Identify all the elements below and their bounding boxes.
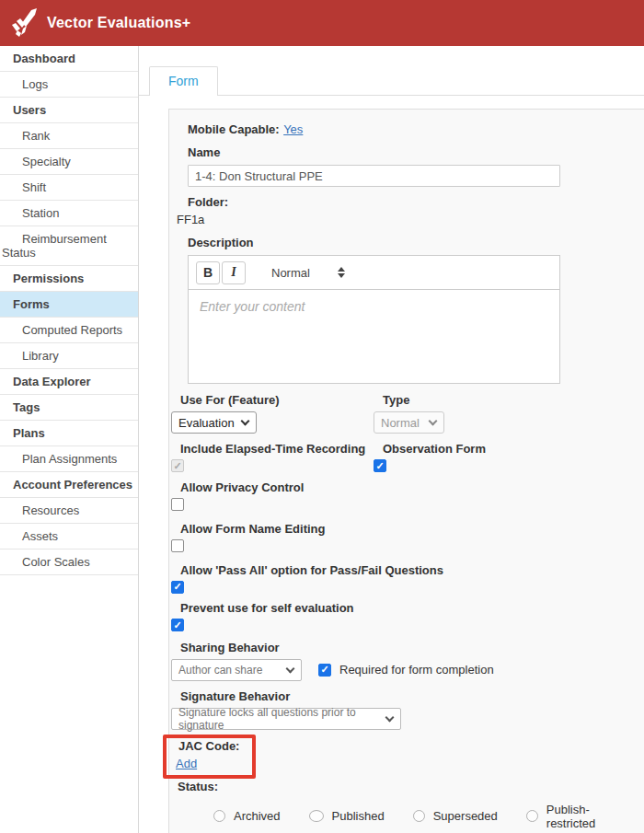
mobile-capable-link[interactable]: Yes xyxy=(283,122,303,136)
sidebar-item-account-preferences[interactable]: Account Preferences xyxy=(0,472,138,498)
status-radio-published[interactable]: Published xyxy=(309,809,385,823)
sidebar: DashboardLogsUsersRankSpecialtyShiftStat… xyxy=(0,46,139,833)
jac-code-section: JAC Code: Add xyxy=(180,739,300,771)
required-completion-row: Required for form completion xyxy=(318,663,494,677)
chevron-down-icon xyxy=(241,417,250,426)
sidebar-item-dashboard[interactable]: Dashboard xyxy=(0,46,138,72)
form-name-editing-label: Allow Form Name Editing xyxy=(180,522,626,536)
required-completion-checkbox[interactable] xyxy=(318,664,331,677)
form-panel: Mobile Capable: Yes Name Folder: FF1a De… xyxy=(168,109,644,833)
sharing-behavior-label: Sharing Behavior xyxy=(180,641,626,654)
sidebar-item-data-explorer[interactable]: Data Explorer xyxy=(0,369,138,395)
sidebar-item-station[interactable]: Station xyxy=(0,201,138,226)
status-radio-label: Published xyxy=(332,809,385,823)
sidebar-item-reimbursement-status[interactable]: Reimbursement Status xyxy=(0,226,138,266)
type-value: Normal xyxy=(381,416,420,430)
main-content: Form Mobile Capable: Yes Name Folder: FF… xyxy=(139,46,644,833)
radio-icon[interactable] xyxy=(309,810,324,822)
status-radio-label: Archived xyxy=(234,809,281,823)
chevron-down-icon xyxy=(286,664,295,673)
description-label: Description xyxy=(188,236,626,249)
bold-button[interactable]: B xyxy=(196,261,220,284)
sidebar-item-permissions[interactable]: Permissions xyxy=(0,266,138,292)
signature-behavior-label: Signature Behavior xyxy=(180,689,626,703)
use-for-select[interactable]: Evaluation xyxy=(171,411,257,434)
editor-toolbar: B I Normal xyxy=(189,256,559,290)
folder-label: Folder: xyxy=(188,195,626,209)
sidebar-item-tags[interactable]: Tags xyxy=(0,395,138,421)
required-completion-label: Required for form completion xyxy=(339,663,494,677)
pass-all-label: Allow 'Pass All' option for Pass/Fail Qu… xyxy=(180,563,626,577)
italic-button[interactable]: I xyxy=(222,261,246,284)
name-label: Name xyxy=(188,145,626,159)
paragraph-style-select[interactable]: Normal xyxy=(271,266,310,280)
sidebar-item-computed-reports[interactable]: Computed Reports xyxy=(0,318,138,343)
sidebar-item-assets[interactable]: Assets xyxy=(0,524,138,550)
mobile-capable-label: Mobile Capable: xyxy=(188,122,280,136)
status-options: ArchivedPublishedSupersededPublish-restr… xyxy=(213,803,626,830)
sidebar-item-resources[interactable]: Resources xyxy=(0,498,138,524)
radio-icon[interactable] xyxy=(213,810,225,822)
status-radio-superseded[interactable]: Superseded xyxy=(413,809,498,823)
sidebar-item-logs[interactable]: Logs xyxy=(0,72,138,98)
observation-form-label: Observation Form xyxy=(383,442,486,456)
status-label: Status: xyxy=(178,780,626,793)
observation-form-checkbox[interactable] xyxy=(374,459,386,472)
form-name-input[interactable] xyxy=(188,165,560,187)
app-title: Vector Evaluations+ xyxy=(47,15,190,31)
editor-content-area[interactable]: Enter your content xyxy=(189,290,559,383)
status-radio-label: Superseded xyxy=(433,809,498,823)
sidebar-item-color-scales[interactable]: Color Scales xyxy=(0,550,138,575)
elapsed-time-label: Include Elapsed-Time Recording xyxy=(180,442,383,456)
tab-bar: Form xyxy=(139,66,644,96)
sidebar-item-specialty[interactable]: Specialty xyxy=(0,149,138,175)
privacy-control-label: Allow Privacy Control xyxy=(180,480,626,494)
status-radio-publish-restricted[interactable]: Publish-restricted xyxy=(526,803,597,830)
style-stepper-icon[interactable] xyxy=(338,267,345,278)
sidebar-item-plans[interactable]: Plans xyxy=(0,421,138,446)
status-radio-label: Publish-restricted xyxy=(546,803,597,830)
sharing-behavior-select[interactable]: Author can share xyxy=(171,659,302,681)
radio-icon[interactable] xyxy=(413,810,425,822)
status-radio-archived[interactable]: Archived xyxy=(213,809,281,823)
editor-placeholder: Enter your content xyxy=(200,299,305,314)
jac-add-link[interactable]: Add xyxy=(176,757,197,770)
folder-value: FF1a xyxy=(177,213,626,226)
elapsed-time-checkbox xyxy=(171,459,184,472)
pass-all-checkbox[interactable] xyxy=(171,581,184,594)
signature-behavior-select[interactable]: Signature locks all questions prior to s… xyxy=(171,708,401,730)
app-header: Vector Evaluations+ xyxy=(0,0,644,46)
self-eval-checkbox[interactable] xyxy=(171,619,184,631)
privacy-control-checkbox[interactable] xyxy=(171,498,184,511)
jac-code-label: JAC Code: xyxy=(178,739,300,753)
sidebar-item-forms[interactable]: Forms xyxy=(0,292,138,318)
type-label: Type xyxy=(383,393,444,407)
signature-behavior-value: Signature locks all questions prior to s… xyxy=(178,706,379,732)
sharing-behavior-value: Author can share xyxy=(178,664,262,677)
chevron-down-icon xyxy=(429,417,438,426)
sidebar-item-plan-assignments[interactable]: Plan Assignments xyxy=(0,446,138,472)
sidebar-item-shift[interactable]: Shift xyxy=(0,175,138,201)
sidebar-item-users[interactable]: Users xyxy=(0,98,138,123)
sidebar-item-library[interactable]: Library xyxy=(0,343,138,369)
vector-logo-icon xyxy=(9,8,39,38)
chevron-down-icon xyxy=(385,712,395,722)
status-section: Status: ArchivedPublishedSupersededPubli… xyxy=(180,780,626,830)
mobile-capable-row: Mobile Capable: Yes xyxy=(188,121,626,137)
type-select: Normal xyxy=(374,411,444,434)
form-name-editing-checkbox[interactable] xyxy=(171,539,184,552)
self-eval-label: Prevent use for self evaluation xyxy=(180,601,626,615)
use-for-value: Evaluation xyxy=(178,416,235,430)
use-for-label: Use For (Feature) xyxy=(180,393,383,407)
radio-icon[interactable] xyxy=(526,810,538,822)
tab-form[interactable]: Form xyxy=(149,66,218,96)
sidebar-item-rank[interactable]: Rank xyxy=(0,123,138,149)
description-editor: B I Normal Enter your content xyxy=(188,255,560,384)
